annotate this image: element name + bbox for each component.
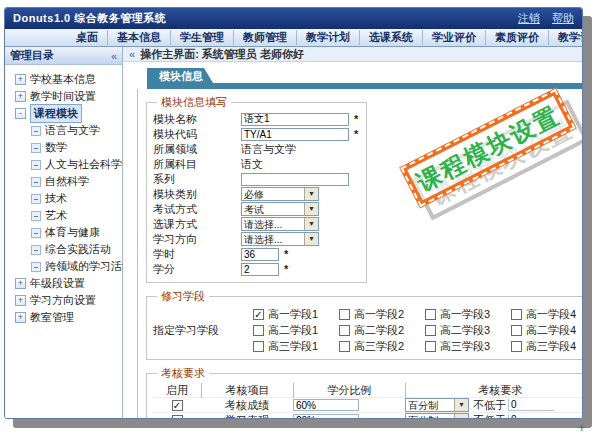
dropdown-arrow-icon[interactable]: ▼: [304, 218, 318, 230]
resize-cursor: +: [578, 420, 586, 435]
checkbox[interactable]: [511, 325, 522, 336]
help-link[interactable]: 帮助: [552, 11, 574, 26]
expand-icon[interactable]: +: [15, 278, 26, 289]
checkbox[interactable]: [339, 309, 350, 320]
expand-icon[interactable]: +: [15, 74, 26, 85]
checkbox[interactable]: [425, 325, 436, 336]
module-info-legend: 模块信息填写: [157, 95, 231, 110]
menu-teaching-plan[interactable]: 教学计划: [296, 30, 359, 45]
credits-input[interactable]: [241, 263, 279, 276]
sidebar-item-school-info[interactable]: + 学校基本信息: [7, 71, 120, 88]
sidebar-item-classroom-mgmt[interactable]: + 教室管理: [7, 309, 120, 326]
expand-icon[interactable]: +: [15, 91, 26, 102]
enable-checkbox[interactable]: [172, 415, 183, 420]
module-panel: 模块信息填写 模块名称 * 模块代码 * 所属领域: [137, 89, 583, 419]
min-score-input[interactable]: [508, 399, 554, 411]
collapse-expand-icon[interactable]: -: [15, 108, 26, 119]
leaf-icon: [31, 143, 41, 153]
menu-teaching-eval[interactable]: 教学评价: [548, 30, 583, 45]
sidebar-item-teaching-time[interactable]: + 教学时间设置: [7, 88, 120, 105]
ratio-input[interactable]: [293, 414, 359, 419]
series-input[interactable]: [241, 173, 349, 186]
module-category-select[interactable]: 必修 ▼: [241, 187, 319, 201]
menu-desktop[interactable]: 桌面: [67, 30, 107, 45]
dropdown-arrow-icon[interactable]: ▼: [304, 203, 318, 215]
checkbox[interactable]: [425, 309, 436, 320]
period-checkbox-g1t2[interactable]: 高一学段2: [339, 307, 425, 322]
app-window: Donuts1.0 综合教务管理系统 注销 帮助 桌面 基本信息 学生管理 教师…: [4, 7, 583, 419]
sidebar-item-course-modules[interactable]: - 课程模块: [7, 105, 120, 122]
period-checkbox-g2t2[interactable]: 高二学段2: [339, 323, 425, 338]
sidebar: 管理目录 « + 学校基本信息 + 教学时间设置 - 课程模块 语言: [5, 47, 123, 418]
nav-tree: + 学校基本信息 + 教学时间设置 - 课程模块 语言与文学 数学: [5, 65, 122, 332]
assessment-row-exam-score: 考核成绩 百分制▼ 不低于: [153, 397, 583, 412]
study-direction-select[interactable]: 请选择... ▼: [241, 232, 319, 246]
leaf-icon: [31, 126, 41, 136]
dropdown-arrow-icon[interactable]: ▼: [304, 233, 318, 245]
checkbox[interactable]: [339, 325, 350, 336]
expand-icon[interactable]: +: [15, 312, 26, 323]
period-checkbox-g2t3[interactable]: 高二学段3: [425, 323, 511, 338]
sidebar-item-direction-settings[interactable]: + 学习方向设置: [7, 292, 120, 309]
checkbox[interactable]: [253, 341, 264, 352]
sidebar-item-pe-health[interactable]: 体育与健康: [7, 224, 120, 241]
sidebar-item-comprehensive-practice[interactable]: 综合实践活动: [7, 241, 120, 258]
period-checkbox-g3t1[interactable]: 高三学段1: [253, 339, 339, 354]
checkbox[interactable]: [425, 341, 436, 352]
module-name-input[interactable]: [241, 113, 349, 126]
expand-icon[interactable]: +: [15, 295, 26, 306]
sidebar-item-grade-settings[interactable]: + 年级段设置: [7, 275, 120, 292]
sidebar-item-technology[interactable]: 技术: [7, 190, 120, 207]
period-checkbox-g1t4[interactable]: 高一学段4: [511, 307, 583, 322]
scale-select[interactable]: 百分制▼: [405, 413, 469, 419]
period-checkbox-g2t1[interactable]: 高二学段1: [253, 323, 339, 338]
menu-teacher-mgmt[interactable]: 教师管理: [233, 30, 296, 45]
checkbox[interactable]: [253, 309, 264, 320]
menu-student-mgmt[interactable]: 学生管理: [170, 30, 233, 45]
dropdown-arrow-icon[interactable]: ▼: [454, 414, 468, 419]
enable-checkbox[interactable]: [172, 400, 183, 411]
sidebar-item-math[interactable]: 数学: [7, 139, 120, 156]
sidebar-item-humanities[interactable]: 人文与社会科学: [7, 156, 120, 173]
tab-module-info[interactable]: 模块信息: [147, 68, 213, 83]
menu-quality-eval[interactable]: 素质评价: [485, 30, 548, 45]
form-row-module-category: 模块类别 必修 ▼: [153, 187, 358, 201]
leaf-icon: [31, 160, 41, 170]
period-checkbox-g3t3[interactable]: 高三学段3: [425, 339, 511, 354]
period-checkbox-g3t4[interactable]: 高三学段4: [511, 339, 583, 354]
module-info-fieldset: 模块信息填写 模块名称 * 模块代码 * 所属领域: [146, 95, 367, 283]
leaf-icon: [31, 245, 41, 255]
scale-select[interactable]: 百分制▼: [405, 398, 469, 412]
dropdown-arrow-icon[interactable]: ▼: [304, 188, 318, 200]
period-checkbox-g1t1[interactable]: 高一学段1: [253, 307, 339, 322]
menu-academic-eval[interactable]: 学业评价: [422, 30, 485, 45]
stamp-shadow: 课程模块设置: [411, 100, 583, 221]
sidebar-item-language-literature[interactable]: 语言与文学: [7, 122, 120, 139]
min-score-input[interactable]: [508, 414, 554, 419]
module-code-input[interactable]: [241, 128, 349, 141]
checkbox[interactable]: [339, 341, 350, 352]
required-mark: *: [354, 128, 358, 140]
dropdown-arrow-icon[interactable]: ▼: [454, 399, 468, 411]
checkbox[interactable]: [511, 309, 522, 320]
periods-row-label: 指定学习学段: [153, 306, 253, 354]
required-mark: *: [284, 248, 288, 260]
sidebar-item-cross-domain[interactable]: 跨领域的学习活动: [7, 258, 120, 275]
period-checkbox-g1t3[interactable]: 高一学段3: [425, 307, 511, 322]
domain-value: 语言与文学: [241, 142, 296, 157]
exam-method-select[interactable]: 考试 ▼: [241, 202, 319, 216]
checkbox[interactable]: [511, 341, 522, 352]
menu-course-selection[interactable]: 选课系统: [359, 30, 422, 45]
checkbox[interactable]: [253, 325, 264, 336]
course-selection-mode-select[interactable]: 请选择... ▼: [241, 217, 319, 231]
panel-collapse-icon[interactable]: «: [129, 48, 135, 60]
period-checkbox-g2t4[interactable]: 高二学段4: [511, 323, 583, 338]
logout-link[interactable]: 注销: [518, 11, 540, 26]
class-hours-input[interactable]: [241, 248, 279, 261]
menu-basic-info[interactable]: 基本信息: [107, 30, 170, 45]
period-checkbox-g3t2[interactable]: 高三学段2: [339, 339, 425, 354]
sidebar-collapse-icon[interactable]: «: [111, 50, 117, 62]
ratio-input[interactable]: [293, 399, 359, 411]
sidebar-item-art[interactable]: 艺术: [7, 207, 120, 224]
sidebar-item-natural-science[interactable]: 自然科学: [7, 173, 120, 190]
